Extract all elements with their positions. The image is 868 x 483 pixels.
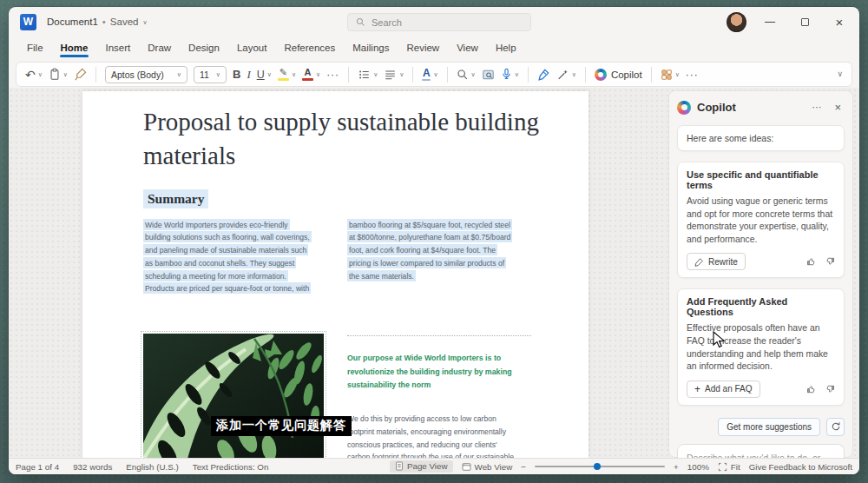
styles-button[interactable]: A ∨	[422, 68, 437, 81]
collapse-ribbon-button[interactable]: ∨	[837, 70, 843, 78]
dictate-button[interactable]: ∨	[501, 68, 519, 81]
word-app-icon[interactable]: W	[20, 14, 36, 30]
chevron-down-icon: ∨	[316, 71, 320, 77]
tab-review[interactable]: Review	[404, 39, 442, 58]
purpose-statement[interactable]: Our purpose at Wide World Importers is t…	[347, 352, 535, 393]
thumbs-up-icon[interactable]	[806, 384, 817, 394]
font-color-button[interactable]: A ∨	[302, 68, 320, 81]
bullet-list-icon	[358, 69, 371, 81]
tab-view[interactable]: View	[454, 39, 481, 58]
tab-insert[interactable]: Insert	[102, 39, 133, 58]
fit-label: Fit	[731, 462, 740, 472]
zoom-slider[interactable]	[535, 461, 665, 472]
page-view-button[interactable]: Page View	[390, 460, 453, 473]
font-size-dropdown[interactable]: 11 ∨	[194, 66, 227, 83]
summary-heading[interactable]: Summary	[143, 189, 208, 208]
fit-button[interactable]: Fit	[718, 462, 740, 472]
column-left-paragraph[interactable]: Wide World Importers provides eco-friend…	[143, 218, 331, 295]
bullets-button[interactable]: ∨	[358, 69, 378, 81]
tab-layout[interactable]: Layout	[234, 39, 270, 58]
web-view-icon	[462, 462, 471, 472]
thumbs-up-icon[interactable]	[806, 256, 817, 267]
font-color-icon: A	[302, 68, 313, 81]
document-heading[interactable]: Proposal to supply sustainable building …	[143, 105, 551, 173]
maximize-button[interactable]	[793, 10, 816, 33]
microphone-icon	[501, 68, 512, 81]
add-faq-button[interactable]: + Add an FAQ	[687, 380, 760, 398]
refresh-suggestions-button[interactable]	[826, 418, 845, 436]
thumbs-down-icon[interactable]	[825, 256, 835, 267]
font-name-dropdown[interactable]: Aptos (Body) ∨	[105, 66, 187, 83]
format-painter-button[interactable]	[74, 68, 87, 81]
highlighted-text[interactable]: bamboo flooring at $5/square foot, recyc…	[347, 219, 512, 281]
document-page[interactable]: Proposal to supply sustainable building …	[82, 91, 589, 458]
tab-draw[interactable]: Draw	[145, 39, 174, 58]
zoom-in-button[interactable]: +	[674, 462, 679, 472]
intro-text: Here are some ideas:	[687, 133, 773, 143]
copilot-close-button[interactable]: ×	[831, 99, 845, 116]
titlebar: W Document1 • Saved ∨ Search — ×	[9, 7, 859, 36]
tab-mailings[interactable]: Mailings	[350, 39, 391, 58]
tab-file[interactable]: File	[24, 39, 46, 58]
find-media-button[interactable]	[482, 69, 495, 81]
rewrite-button[interactable]: Rewrite	[687, 253, 746, 270]
web-view-label: Web View	[475, 462, 513, 472]
tab-home[interactable]: Home	[58, 39, 91, 58]
more-font-options-button[interactable]: ···	[326, 69, 339, 81]
more-toolbar-options-button[interactable]: ···	[686, 69, 699, 81]
web-view-button[interactable]: Web View	[462, 462, 513, 472]
feedback-link[interactable]: Give Feedback to Microsoft	[749, 462, 852, 472]
toolbar-divider	[447, 67, 448, 83]
page-indicator[interactable]: Page 1 of 4	[16, 462, 59, 472]
subtitle-overlay: 添加一个常见问题解答	[211, 416, 352, 436]
suggestion-body: Avoid using vague or generic terms and o…	[687, 195, 835, 246]
word-count[interactable]: 932 words	[73, 462, 112, 472]
copilot-more-options-button[interactable]: ⋯	[808, 100, 825, 115]
copilot-header: Copilot ⋯ ×	[677, 99, 845, 116]
bold-button[interactable]: B	[233, 68, 240, 81]
underline-button[interactable]: U ∨	[257, 69, 272, 81]
italic-button[interactable]: I	[247, 68, 250, 82]
workspace: Proposal to supply sustainable building …	[9, 88, 859, 458]
chevron-down-icon: ∨	[373, 71, 378, 77]
text-highlight-button[interactable]: ✎ ∨	[278, 68, 296, 81]
plant-leaves-image[interactable]	[143, 334, 324, 458]
document-title-menu[interactable]: Document1 • Saved ∨	[47, 17, 148, 27]
tab-help[interactable]: Help	[493, 39, 519, 58]
account-avatar[interactable]	[727, 12, 746, 32]
tab-references[interactable]: References	[281, 39, 338, 58]
toolbar-divider	[412, 67, 413, 83]
thumbs-down-icon[interactable]	[825, 384, 835, 394]
align-justify-icon	[384, 69, 397, 81]
find-button[interactable]: ∨	[457, 69, 476, 81]
media-search-icon	[482, 69, 495, 81]
get-more-suggestions-button[interactable]: Get more suggestions	[718, 418, 820, 436]
text-predictions-toggle[interactable]: Text Predictions: On	[193, 462, 269, 472]
highlighted-text[interactable]: Wide World Importers provides eco-friend…	[143, 219, 312, 294]
column-separator	[347, 335, 531, 336]
zoom-out-button[interactable]: −	[521, 462, 526, 472]
undo-button[interactable]: ↶ ∨	[25, 68, 43, 82]
language-selector[interactable]: English (U.S.)	[126, 462, 178, 472]
minimize-button[interactable]: —	[759, 10, 781, 33]
zoom-level[interactable]: 100%	[687, 462, 709, 472]
plant-leaves-illustration	[143, 334, 324, 458]
search-input[interactable]: Search	[347, 13, 531, 31]
add-ins-button[interactable]: ∨	[661, 69, 680, 81]
body-paragraph[interactable]: We do this by providing access to low ca…	[347, 413, 535, 458]
font-size-value: 11	[200, 69, 209, 80]
zoom-slider-knob[interactable]	[594, 463, 601, 470]
copilot-panel: Copilot ⋯ × Here are some ideas: Use spe…	[668, 90, 853, 458]
tab-design[interactable]: Design	[186, 39, 222, 58]
chevron-down-icon: ∨	[292, 71, 296, 77]
copilot-ribbon-button[interactable]: Copilot	[595, 69, 642, 81]
column-right-paragraph[interactable]: bamboo flooring at $5/square foot, recyc…	[347, 218, 535, 282]
toolbar-divider	[651, 67, 652, 83]
underline-glyph: U	[257, 69, 265, 81]
copilot-icon	[595, 69, 607, 81]
paste-button[interactable]: ∨	[49, 68, 68, 81]
close-button[interactable]: ×	[828, 10, 851, 33]
editor-button[interactable]	[537, 68, 550, 81]
autoformat-button[interactable]: ∨	[556, 69, 576, 81]
alignment-button[interactable]: ∨	[384, 69, 404, 81]
